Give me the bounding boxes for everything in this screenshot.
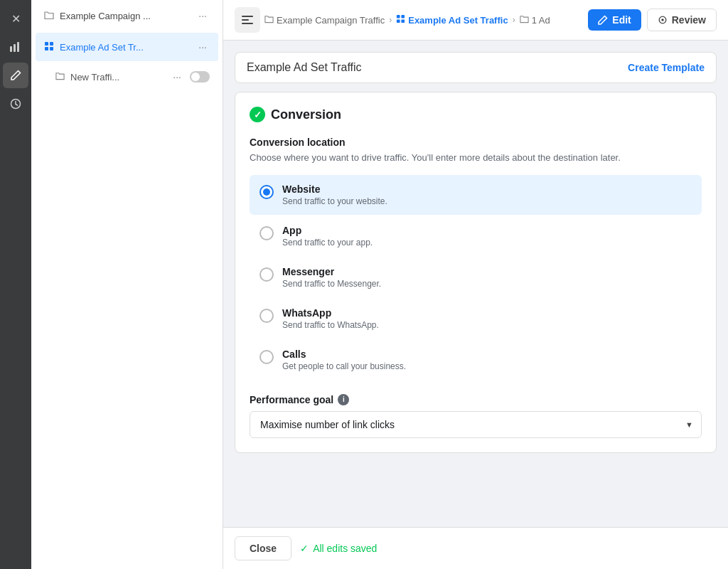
radio-calls[interactable]: Calls Get people to call your business. bbox=[250, 340, 702, 380]
folder-icon bbox=[44, 10, 54, 22]
svg-rect-1 bbox=[14, 44, 16, 52]
sidebar-item-campaign[interactable]: Example Campaign ... ··· bbox=[36, 1, 218, 30]
clock-icon-button[interactable] bbox=[3, 91, 28, 117]
conversion-card: ✓ Conversion Conversion location Choose … bbox=[235, 92, 717, 453]
performance-goal-select[interactable]: Maximise number of link clicks bbox=[250, 411, 702, 438]
adset-name-input[interactable] bbox=[247, 61, 628, 74]
breadcrumb-ads-icon bbox=[520, 14, 529, 26]
campaign-more-btn[interactable]: ··· bbox=[196, 9, 210, 23]
content-area: Create Template ✓ Conversion Conversion … bbox=[223, 41, 728, 527]
radio-website-desc: Send traffic to your website. bbox=[282, 196, 387, 206]
new-traffic-toggle[interactable] bbox=[190, 71, 210, 83]
radio-website-title: Website bbox=[282, 184, 387, 195]
svg-rect-5 bbox=[50, 42, 53, 46]
radio-whatsapp-circle bbox=[259, 309, 274, 323]
svg-rect-12 bbox=[402, 15, 405, 18]
breadcrumb-adset[interactable]: Example Ad Set Traffic bbox=[396, 14, 508, 26]
adset-label: Example Ad Set Tr... bbox=[60, 42, 190, 53]
radio-messenger-circle bbox=[259, 267, 274, 282]
performance-goal-select-wrapper: Maximise number of link clicks bbox=[250, 411, 702, 438]
conversion-check-icon: ✓ bbox=[250, 107, 265, 122]
breadcrumb: Example Campaign Traffic › Example Ad Se… bbox=[235, 7, 550, 33]
sidebar-item-adset[interactable]: Example Ad Set Tr... ··· bbox=[36, 33, 218, 61]
sidebar-toggle-button[interactable] bbox=[235, 7, 260, 33]
campaign-label: Example Campaign ... bbox=[60, 11, 190, 21]
svg-rect-8 bbox=[242, 16, 253, 17]
sidebar: Example Campaign ... ··· Example Ad Set … bbox=[31, 0, 223, 569]
breadcrumb-ads-label: 1 Ad bbox=[532, 15, 550, 26]
radio-calls-title: Calls bbox=[282, 349, 406, 360]
sidebar-item-new-traffic[interactable]: New Traffi... ··· bbox=[36, 64, 218, 90]
svg-rect-11 bbox=[397, 15, 400, 18]
breadcrumb-sep-1: › bbox=[389, 15, 392, 25]
svg-point-16 bbox=[661, 18, 664, 21]
conversion-title: ✓ Conversion bbox=[250, 107, 702, 122]
radio-whatsapp-title: WhatsApp bbox=[282, 307, 379, 319]
radio-messenger[interactable]: Messenger Send traffic to Messenger. bbox=[250, 257, 702, 297]
saved-label: All edits saved bbox=[313, 543, 377, 554]
radio-app[interactable]: App Send traffic to your app. bbox=[250, 216, 702, 256]
svg-rect-14 bbox=[402, 19, 405, 23]
breadcrumb-bar: Example Campaign Traffic › Example Ad Se… bbox=[223, 0, 728, 41]
svg-rect-13 bbox=[397, 19, 400, 23]
review-button-label: Review bbox=[672, 14, 706, 26]
icon-bar: ✕ bbox=[0, 0, 31, 569]
edit-button-label: Edit bbox=[612, 14, 631, 26]
close-button[interactable]: Close bbox=[235, 536, 291, 560]
radio-website-circle bbox=[259, 185, 274, 199]
performance-goal-info-icon[interactable]: i bbox=[338, 394, 349, 405]
svg-rect-6 bbox=[45, 47, 48, 50]
radio-calls-circle bbox=[259, 350, 274, 364]
new-traffic-label: New Traffi... bbox=[70, 72, 164, 83]
svg-rect-10 bbox=[242, 23, 253, 24]
breadcrumb-campaign-icon bbox=[264, 14, 274, 26]
adset-name-bar: Create Template bbox=[235, 52, 717, 83]
radio-app-title: App bbox=[282, 225, 373, 236]
breadcrumb-ads[interactable]: 1 Ad bbox=[520, 14, 550, 26]
breadcrumb-actions: Edit Review bbox=[588, 9, 717, 31]
svg-rect-9 bbox=[242, 19, 249, 21]
performance-goal-label: Performance goal i bbox=[250, 394, 702, 405]
radio-whatsapp-desc: Send traffic to WhatsApp. bbox=[282, 320, 379, 330]
breadcrumb-adset-label: Example Ad Set Traffic bbox=[408, 15, 508, 26]
close-icon-button[interactable]: ✕ bbox=[3, 6, 28, 31]
adset-grid-icon bbox=[44, 41, 54, 53]
create-template-button[interactable]: Create Template bbox=[628, 62, 705, 73]
breadcrumb-sep-2: › bbox=[513, 15, 515, 25]
conversion-location-label: Conversion location bbox=[250, 137, 702, 148]
breadcrumb-campaign[interactable]: Example Campaign Traffic bbox=[264, 14, 385, 26]
chart-icon-button[interactable] bbox=[3, 34, 28, 60]
radio-website[interactable]: Website Send traffic to your website. bbox=[250, 175, 702, 215]
new-traffic-more-btn[interactable]: ··· bbox=[170, 70, 184, 84]
radio-whatsapp[interactable]: WhatsApp Send traffic to WhatsApp. bbox=[250, 299, 702, 339]
radio-messenger-title: Messenger bbox=[282, 266, 381, 277]
review-button[interactable]: Review bbox=[647, 9, 717, 31]
svg-rect-4 bbox=[45, 42, 48, 46]
conversion-location-desc: Choose where you want to drive traffic. … bbox=[250, 151, 702, 165]
edit-button[interactable]: Edit bbox=[588, 9, 641, 31]
performance-goal-section: Performance goal i Maximise number of li… bbox=[250, 394, 702, 438]
svg-rect-2 bbox=[17, 42, 19, 52]
main-content: Example Campaign Traffic › Example Ad Se… bbox=[223, 0, 728, 569]
radio-app-circle bbox=[259, 226, 274, 240]
check-icon: ✓ bbox=[300, 543, 309, 554]
radio-calls-desc: Get people to call your business. bbox=[282, 361, 406, 371]
svg-rect-7 bbox=[50, 47, 53, 50]
saved-status: ✓ All edits saved bbox=[300, 543, 377, 554]
radio-messenger-desc: Send traffic to Messenger. bbox=[282, 279, 381, 289]
edit-icon-button[interactable] bbox=[3, 63, 28, 88]
footer-bar: Close ✓ All edits saved bbox=[223, 527, 728, 569]
adset-more-btn[interactable]: ··· bbox=[196, 40, 210, 54]
radio-app-desc: Send traffic to your app. bbox=[282, 238, 373, 248]
breadcrumb-campaign-label: Example Campaign Traffic bbox=[277, 15, 385, 26]
sub-folder-icon bbox=[55, 71, 65, 83]
svg-rect-0 bbox=[10, 46, 12, 52]
breadcrumb-adset-icon bbox=[396, 14, 405, 26]
